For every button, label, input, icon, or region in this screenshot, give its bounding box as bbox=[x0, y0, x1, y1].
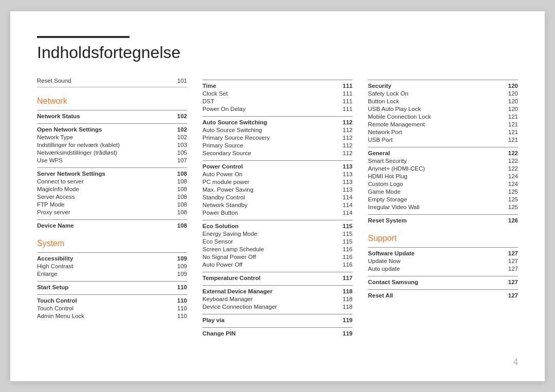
list-item: Smart Security 122 bbox=[368, 157, 518, 165]
divider bbox=[202, 327, 353, 328]
list-item: Secondary Source 112 bbox=[202, 150, 353, 157]
list-item: Network Type 102 bbox=[37, 134, 187, 141]
list-item: Keyboard Manager 118 bbox=[202, 295, 353, 303]
list-item: Contact Samsung 127 bbox=[368, 278, 518, 286]
list-item: HDMI Hot Plug 124 bbox=[368, 173, 518, 180]
list-item: PC module power 113 bbox=[202, 178, 353, 186]
col1: Reset Sound 101 Network Network Status 1… bbox=[37, 77, 202, 338]
divider bbox=[37, 281, 187, 282]
list-item: Play via 119 bbox=[202, 316, 353, 324]
list-item: Power On Delay 111 bbox=[202, 105, 353, 113]
divider bbox=[368, 214, 518, 215]
divider bbox=[37, 294, 187, 295]
list-item: Auto Power On 113 bbox=[202, 171, 353, 178]
network-heading: Network bbox=[37, 97, 187, 106]
list-item: Open Network Settings 102 bbox=[37, 126, 187, 134]
list-item: Empty Storage 125 bbox=[368, 196, 518, 203]
list-item: MagicInfo Mode 108 bbox=[37, 185, 187, 193]
list-item: Screen Lamp Schedule 116 bbox=[202, 246, 353, 253]
list-item: Remote Management 121 bbox=[368, 121, 518, 128]
reset-sound-label: Reset Sound bbox=[37, 78, 71, 84]
divider bbox=[37, 167, 187, 168]
list-item: Network Status 102 bbox=[37, 113, 187, 120]
list-item: Temperature Control 117 bbox=[202, 274, 353, 282]
list-item: Irregular Video Wall 125 bbox=[368, 203, 518, 211]
list-item: Device Name 108 bbox=[37, 222, 187, 230]
list-item: Touch Control 110 bbox=[37, 305, 187, 312]
list-item: Indstillinger for netværk (kablet) 103 bbox=[37, 141, 187, 149]
system-heading: System bbox=[37, 239, 187, 248]
divider bbox=[368, 247, 518, 248]
list-item: Standby Control 114 bbox=[202, 194, 353, 201]
list-item: DST 111 bbox=[202, 98, 353, 105]
list-item: Power Control 113 bbox=[202, 163, 353, 171]
list-item: Button Lock 120 bbox=[368, 98, 518, 105]
list-item: Security 120 bbox=[368, 82, 518, 90]
divider bbox=[37, 219, 187, 220]
list-item: Start Setup 110 bbox=[37, 284, 187, 291]
col3: Security 120 Safety Lock On 120 Button L… bbox=[368, 77, 518, 338]
divider bbox=[202, 272, 353, 272]
list-item: Energy Saving Mode 115 bbox=[202, 230, 353, 238]
list-item: Software Update 127 bbox=[368, 250, 518, 257]
divider bbox=[202, 160, 353, 161]
list-item: Eco Solution 115 bbox=[202, 222, 353, 230]
divider bbox=[202, 80, 353, 80]
list-item: USB Auto Play Lock 120 bbox=[368, 105, 518, 113]
list-item: Auto Source Switching 112 bbox=[202, 126, 353, 134]
divider bbox=[368, 80, 518, 80]
list-item: Network Standby 114 bbox=[202, 201, 353, 209]
support-heading: Support bbox=[368, 234, 518, 243]
list-item: Update Now 127 bbox=[368, 257, 518, 265]
list-item: External Device Manager 118 bbox=[202, 288, 353, 295]
list-item: Use WPS 107 bbox=[37, 157, 187, 164]
divider bbox=[368, 289, 518, 290]
main-title: Indholdsfortegnelse bbox=[37, 43, 518, 62]
title-bar bbox=[37, 36, 130, 38]
list-item: Eco Sensor 115 bbox=[202, 238, 353, 246]
list-item: Change PIN 119 bbox=[202, 330, 353, 338]
list-item: Connect to server 108 bbox=[37, 178, 187, 185]
divider bbox=[368, 147, 518, 147]
list-item: Safety Lock On 120 bbox=[368, 90, 518, 98]
list-item: Server Network Settings 108 bbox=[37, 170, 187, 178]
list-item: Reset System 126 bbox=[368, 217, 518, 225]
list-item: No Signal Power Off 116 bbox=[202, 253, 353, 261]
col2: Time 111 Clock Set 111 DST 111 Power On … bbox=[202, 77, 368, 338]
list-item: Touch Control 110 bbox=[37, 297, 187, 305]
list-item: Reset All 127 bbox=[368, 292, 518, 300]
list-item: Auto update 127 bbox=[368, 265, 518, 273]
list-item: Device Connection Manager 118 bbox=[202, 303, 353, 311]
list-item: Primary Source 112 bbox=[202, 142, 353, 150]
list-item: Auto Source Switching 112 bbox=[202, 119, 353, 126]
divider bbox=[37, 123, 187, 124]
reset-sound-page: 101 bbox=[177, 78, 187, 84]
list-item: High Contrast 109 bbox=[37, 263, 187, 270]
page-number: 4 bbox=[513, 358, 518, 367]
divider bbox=[202, 116, 353, 117]
list-item: Power Button 114 bbox=[202, 209, 353, 217]
top-reset-row: Reset Sound 101 bbox=[37, 77, 187, 87]
list-item: Auto Power Off 116 bbox=[202, 261, 353, 269]
page: Indholdsfortegnelse Reset Sound 101 Netw… bbox=[10, 11, 545, 381]
list-item: Enlarge 109 bbox=[37, 270, 187, 278]
list-item: FTP Mode 108 bbox=[37, 201, 187, 209]
list-item: Custom Logo 124 bbox=[368, 180, 518, 188]
list-item: Server Access 108 bbox=[37, 193, 187, 201]
list-item: Anynet+ (HDMI-CEC) 122 bbox=[368, 165, 518, 173]
list-item: Time 111 bbox=[202, 82, 353, 90]
list-item: Netværksindstillinger (trådløst) 105 bbox=[37, 149, 187, 157]
list-item: Network Port 121 bbox=[368, 128, 518, 136]
divider bbox=[202, 220, 353, 220]
list-item: Primary Source Recovery 112 bbox=[202, 134, 353, 142]
divider bbox=[37, 110, 187, 110]
list-item: Max. Power Saving 113 bbox=[202, 186, 353, 194]
list-item: Mobile Connection Lock 121 bbox=[368, 113, 518, 121]
list-item: USB Port 121 bbox=[368, 136, 518, 144]
list-item: Clock Set 111 bbox=[202, 90, 353, 98]
list-item: Admin Menu Lock 110 bbox=[37, 312, 187, 320]
columns: Reset Sound 101 Network Network Status 1… bbox=[37, 77, 518, 338]
list-item: Accessibility 109 bbox=[37, 255, 187, 263]
list-item: Proxy server 108 bbox=[37, 209, 187, 216]
list-item: Game Mode 125 bbox=[368, 188, 518, 196]
